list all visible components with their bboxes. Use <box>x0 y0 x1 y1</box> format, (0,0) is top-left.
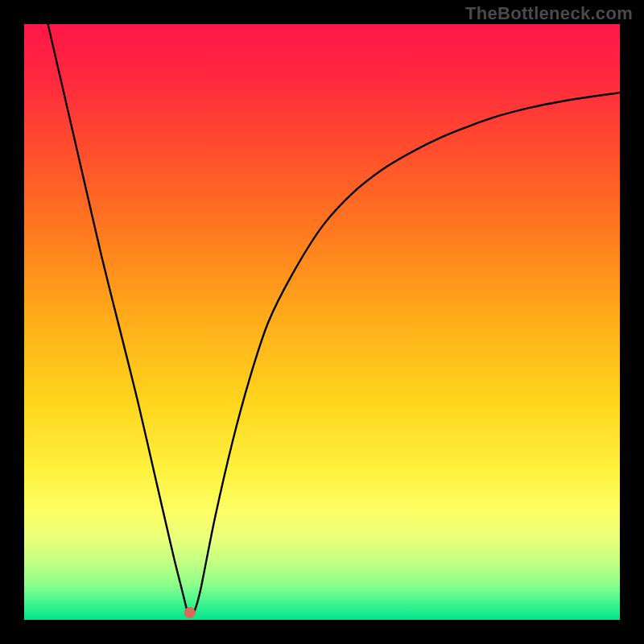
chart-canvas <box>0 0 644 644</box>
bottleneck-chart: TheBottleneck.com <box>0 0 644 644</box>
watermark-label: TheBottleneck.com <box>465 3 633 24</box>
plot-background <box>24 24 620 620</box>
optimal-point-marker <box>184 607 196 618</box>
